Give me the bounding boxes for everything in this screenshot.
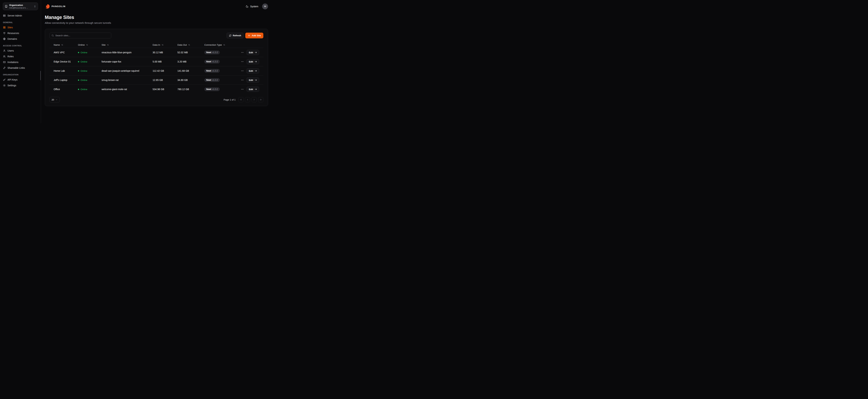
page-head: Manage Sites Allow connectivity to your … xyxy=(45,15,268,24)
column-label: Name xyxy=(54,43,60,46)
previous-page-button[interactable] xyxy=(245,97,250,102)
next-page-button[interactable] xyxy=(252,97,257,102)
edit-button[interactable]: Edit xyxy=(247,78,259,83)
row-menu-button[interactable] xyxy=(240,69,244,73)
edit-button[interactable]: Edit xyxy=(247,50,259,55)
pangolin-logo-icon xyxy=(45,4,50,9)
column-label: Online xyxy=(78,43,85,46)
search-input[interactable] xyxy=(55,34,110,37)
table-row: Office Online welcome-giant-mole-rat 534… xyxy=(50,85,264,94)
arrow-right-icon xyxy=(254,88,257,90)
cell-site: vivacious-little-blue-penguin xyxy=(101,51,153,54)
column-label: Data Out xyxy=(178,43,187,46)
edit-label: Edit xyxy=(249,51,253,54)
connection-version: v1.3.2 xyxy=(212,70,218,72)
edit-button[interactable]: Edit xyxy=(247,68,259,73)
sidebar-item-label: Invitations xyxy=(7,61,19,64)
cell-actions: Edit xyxy=(242,78,259,83)
cell-status: Online xyxy=(78,60,101,63)
topbar-right: System M xyxy=(246,3,268,9)
column-header-connection-type[interactable]: Connection Type xyxy=(204,43,242,46)
sidebar-item-resources[interactable]: Resources xyxy=(3,30,38,36)
sidebar-section-label: ORGANIZATION xyxy=(3,73,38,76)
connection-badge: Newtv1.3.2 xyxy=(204,78,220,82)
sidebar-item-label: Users xyxy=(7,49,14,52)
theme-toggle[interactable]: System xyxy=(246,5,258,8)
last-page-button[interactable] xyxy=(258,97,264,102)
column-label: Site xyxy=(101,43,105,46)
org-switcher-title: Organization xyxy=(9,4,32,6)
sidebar-item-server-admin[interactable]: Server Admin xyxy=(3,13,38,19)
sidebar-item-label: Roles xyxy=(7,55,14,58)
column-label: Connection Type xyxy=(204,43,222,46)
sites-table: NameOnlineSiteData InData OutConnection … xyxy=(50,42,264,94)
status-label: Online xyxy=(81,51,87,54)
page-size-value: 20 xyxy=(52,98,54,101)
cell-data-out: 3.20 MB xyxy=(178,60,204,63)
table-row: AWS VPC Online vivacious-little-blue-pen… xyxy=(50,48,264,57)
cell-data-out: 141.68 GB xyxy=(178,69,204,72)
sidebar-item-label: Sites xyxy=(7,26,13,29)
key-icon xyxy=(3,78,6,81)
cell-name: AWS VPC xyxy=(54,51,78,54)
roles-icon xyxy=(3,55,6,58)
cell-name: Office xyxy=(54,88,78,91)
gear-icon xyxy=(3,84,6,87)
row-menu-button[interactable] xyxy=(240,78,244,82)
refresh-button[interactable]: Refresh xyxy=(226,33,244,38)
brand: PANGOLIN xyxy=(45,4,65,9)
cell-data-in: 30.12 MB xyxy=(153,51,178,54)
sidebar-item-users[interactable]: Users xyxy=(3,48,38,54)
refresh-icon xyxy=(229,34,231,37)
first-page-button[interactable] xyxy=(238,97,244,102)
column-header-site[interactable]: Site xyxy=(101,43,153,46)
arrow-right-icon xyxy=(254,60,257,63)
sidebar-item-settings[interactable]: Settings xyxy=(3,83,38,88)
connection-name: Newt xyxy=(206,79,211,81)
table-row: Home Lab Online dead-san-joaquin-antelop… xyxy=(50,66,264,75)
sort-icon xyxy=(61,44,63,46)
column-header-online[interactable]: Online xyxy=(78,43,101,46)
column-header-name[interactable]: Name xyxy=(54,43,78,46)
sidebar-item-label: API Keys xyxy=(7,78,18,81)
connection-version: v1.3.2 xyxy=(212,60,218,63)
row-menu-button[interactable] xyxy=(240,60,244,64)
column-header-data-in[interactable]: Data In xyxy=(153,43,178,46)
cell-data-in: 112.42 GB xyxy=(153,69,178,72)
page-title: Manage Sites xyxy=(45,15,268,20)
cell-name: Home Lab xyxy=(54,69,78,72)
cell-connection-type: Newtv1.3.2 xyxy=(204,69,242,73)
sidebar-item-api-keys[interactable]: API Keys xyxy=(3,77,38,83)
cell-connection-type: Newtv1.3.2 xyxy=(204,87,242,91)
sidebar-section: ACCESS CONTROLUsersRolesInvitationsShare… xyxy=(3,44,38,71)
cell-data-in: 534.98 GB xyxy=(153,88,178,91)
cell-site: dead-san-joaquin-antelope-squirrel xyxy=(101,69,153,72)
sidebar-section-label: GENERAL xyxy=(3,21,38,24)
sidebar-item-sites[interactable]: Sites xyxy=(3,25,38,30)
sort-icon xyxy=(107,44,109,46)
sidebar-item-invitations[interactable]: Invitations xyxy=(3,59,38,65)
online-dot xyxy=(78,89,79,90)
edit-button[interactable]: Edit xyxy=(247,59,259,64)
column-header-data-out[interactable]: Data Out xyxy=(178,43,204,46)
sidebar-item-roles[interactable]: Roles xyxy=(3,54,38,59)
sidebar-scrollbar[interactable] xyxy=(40,71,41,80)
chevrons-left-icon xyxy=(240,98,242,101)
sidebar-item-shareable-links[interactable]: Shareable Links xyxy=(3,65,38,71)
page-size-select[interactable]: 20 xyxy=(50,97,60,102)
search-icon xyxy=(51,34,54,37)
topbar: PANGOLIN System M xyxy=(45,0,268,13)
cell-connection-type: Newtv1.3.2 xyxy=(204,60,242,64)
sidebar-item-domains[interactable]: Domains xyxy=(3,36,38,42)
page-info: Page 1 of 1 xyxy=(224,98,236,101)
org-switcher-subtitle: milo@fossorial.io's ... xyxy=(9,7,32,9)
edit-button[interactable]: Edit xyxy=(247,87,259,92)
add-site-button[interactable]: Add Site xyxy=(245,33,264,38)
edit-label: Edit xyxy=(249,70,253,72)
org-switcher[interactable]: Organization milo@fossorial.io's ... xyxy=(3,2,38,10)
avatar[interactable]: M xyxy=(262,3,268,9)
row-menu-button[interactable] xyxy=(240,50,244,55)
online-dot xyxy=(78,70,79,71)
row-menu-button[interactable] xyxy=(240,87,244,91)
page-subtitle: Allow connectivity to your network throu… xyxy=(45,21,268,24)
